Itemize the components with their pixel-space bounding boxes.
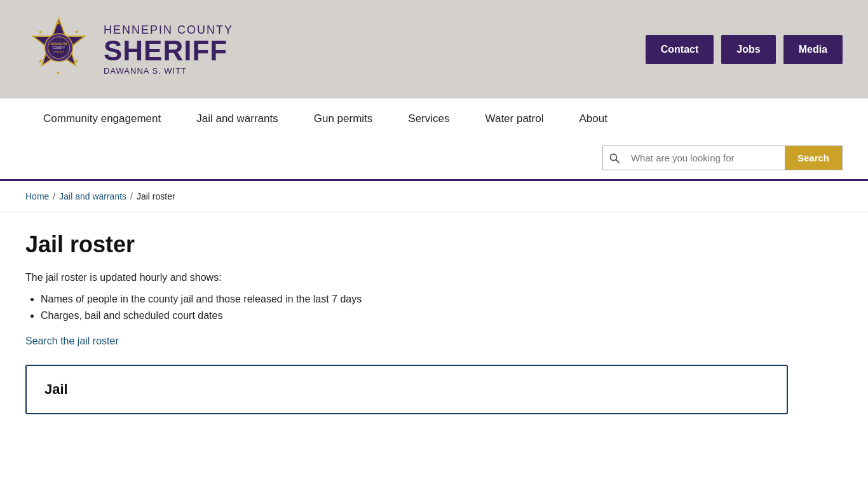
list-item-2: Charges, bail and scheduled court dates — [41, 310, 788, 322]
nav-link-services[interactable]: Services — [390, 98, 467, 139]
list-item-1: Names of people in the county jail and t… — [41, 294, 788, 305]
breadcrumb-sep-2: / — [130, 191, 133, 201]
breadcrumb-bar: Home / Jail and warrants / Jail roster — [0, 181, 868, 212]
nav-item-about[interactable]: About — [561, 98, 625, 139]
search-button[interactable]: Search — [785, 146, 842, 170]
svg-text:★: ★ — [74, 58, 79, 64]
svg-text:SHERIFF: SHERIFF — [53, 50, 65, 53]
main-nav: Community engagement Jail and warrants G… — [0, 98, 868, 181]
nav-item-services[interactable]: Services — [390, 98, 467, 139]
header-buttons: Contact Jobs Media — [646, 35, 843, 64]
org-line2: SHERIFF — [104, 37, 233, 65]
nav-item-community[interactable]: Community engagement — [25, 98, 179, 139]
nav-item-water[interactable]: Water patrol — [468, 98, 562, 139]
site-header: HENNEPIN COUNTY SHERIFF ★ ★ ★ ★ ★ ★ HENN… — [0, 0, 868, 98]
svg-text:★: ★ — [38, 58, 43, 64]
media-button[interactable]: Media — [783, 35, 843, 64]
org-line3: DAWANNA S. WITT — [104, 66, 233, 76]
nav-links: Community engagement Jail and warrants G… — [25, 98, 843, 139]
nav-item-gun[interactable]: Gun permits — [296, 98, 391, 139]
jobs-button[interactable]: Jobs — [721, 35, 775, 64]
search-row: Search — [25, 139, 843, 179]
nav-link-jail[interactable]: Jail and warrants — [179, 98, 296, 139]
search-form: Search — [602, 146, 843, 170]
contact-button[interactable]: Contact — [646, 35, 714, 64]
search-input[interactable] — [626, 146, 785, 170]
nav-link-water[interactable]: Water patrol — [468, 98, 562, 139]
breadcrumb-sep-1: / — [53, 191, 55, 201]
svg-line-13 — [616, 159, 619, 163]
logo-area: HENNEPIN COUNTY SHERIFF ★ ★ ★ ★ ★ ★ HENN… — [25, 16, 233, 83]
main-content: Jail roster The jail roster is updated h… — [0, 212, 813, 440]
search-icon — [603, 153, 626, 163]
breadcrumb-parent[interactable]: Jail and warrants — [59, 191, 126, 201]
svg-text:★: ★ — [56, 70, 60, 76]
svg-text:COUNTY: COUNTY — [53, 46, 65, 50]
jail-roster-link[interactable]: Search the jail roster — [25, 336, 119, 346]
svg-text:HENNEPIN: HENNEPIN — [51, 42, 67, 46]
nav-link-community[interactable]: Community engagement — [25, 98, 179, 139]
intro-text: The jail roster is updated hourly and sh… — [25, 272, 788, 283]
sheriff-badge-icon: HENNEPIN COUNTY SHERIFF ★ ★ ★ ★ ★ ★ — [25, 16, 92, 83]
svg-text:★: ★ — [56, 20, 60, 26]
svg-text:★: ★ — [38, 29, 43, 35]
jail-card-title: Jail — [44, 381, 769, 398]
nav-link-gun[interactable]: Gun permits — [296, 98, 391, 139]
breadcrumb: Home / Jail and warrants / Jail roster — [25, 191, 843, 201]
jail-card: Jail — [25, 365, 788, 414]
nav-item-jail[interactable]: Jail and warrants — [179, 98, 296, 139]
svg-text:★: ★ — [74, 29, 79, 35]
breadcrumb-current: Jail roster — [137, 191, 175, 201]
breadcrumb-home[interactable]: Home — [25, 191, 49, 201]
nav-link-about[interactable]: About — [561, 98, 625, 139]
page-title: Jail roster — [25, 231, 788, 258]
logo-text: HENNEPIN COUNTY SHERIFF DAWANNA S. WITT — [104, 24, 233, 76]
content-list: Names of people in the county jail and t… — [41, 294, 788, 322]
